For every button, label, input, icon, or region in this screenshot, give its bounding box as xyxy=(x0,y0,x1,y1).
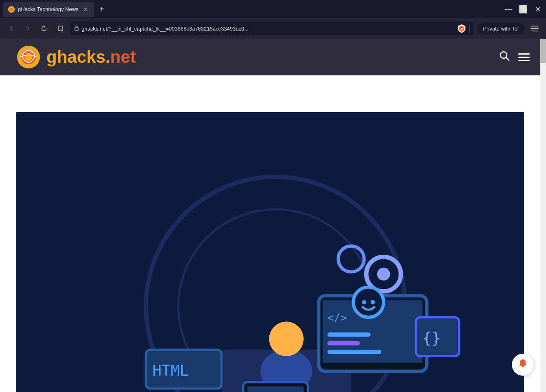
svg-rect-16 xyxy=(328,333,371,337)
private-tor-button[interactable]: Private with Tor xyxy=(477,23,525,34)
maximize-button[interactable]: ⬜ xyxy=(518,4,528,14)
tab-title: gHacks Technology News xyxy=(18,6,79,12)
minimize-button[interactable]: — xyxy=(504,4,513,14)
reload-button[interactable] xyxy=(37,22,51,35)
lock-icon xyxy=(74,25,79,32)
svg-rect-17 xyxy=(328,341,360,346)
svg-text:b: b xyxy=(461,27,463,31)
menu-line-3 xyxy=(518,60,530,61)
menu-line-1 xyxy=(518,53,530,55)
website-container: ghacks.net xyxy=(0,39,546,392)
svg-rect-18 xyxy=(328,350,382,354)
new-tab-button[interactable]: + xyxy=(96,3,108,15)
address-bar[interactable]: ghacks.net/?__cf_chl_captcha_tk__=003868… xyxy=(70,22,474,35)
browser-chrome: gHacks Technology News ✕ + — ⬜ ✕ xyxy=(0,0,546,39)
bell-icon xyxy=(517,358,528,371)
svg-point-20 xyxy=(269,322,304,356)
scrollbar-thumb[interactable] xyxy=(540,39,546,63)
svg-point-32 xyxy=(371,300,375,304)
site-name-dot: . xyxy=(106,47,110,66)
address-text: ghacks.net/?__cf_chl_captcha_tk__=003868… xyxy=(81,26,454,32)
notification-bell[interactable] xyxy=(512,354,534,376)
svg-text:HTML: HTML xyxy=(152,362,189,379)
svg-point-1 xyxy=(10,8,13,11)
bookmark-button[interactable] xyxy=(54,22,67,35)
nav-bar: ghacks.net/?__cf_chl_captcha_tk__=003868… xyxy=(0,18,546,39)
article-card: </> HTML xyxy=(16,104,524,392)
address-path: /?__cf_chl_captcha_tk__=003868c3a763215a… xyxy=(107,26,249,32)
tab-bar: gHacks Technology News ✕ + — ⬜ ✕ xyxy=(0,0,546,18)
browser-menu-button[interactable] xyxy=(528,22,541,35)
active-tab[interactable]: gHacks Technology News ✕ xyxy=(3,2,94,17)
svg-point-6 xyxy=(24,53,33,61)
svg-rect-2 xyxy=(75,28,78,31)
tab-favicon xyxy=(8,6,15,13)
site-search-button[interactable] xyxy=(499,50,510,64)
site-logo[interactable]: ghacks.net xyxy=(16,45,136,69)
menu-line-2 xyxy=(518,57,530,58)
top-spacer xyxy=(16,92,524,104)
site-name-hacks: hacks xyxy=(57,47,106,66)
header-actions xyxy=(499,50,530,64)
scrollbar-track[interactable] xyxy=(540,39,546,392)
site-name-g: g xyxy=(46,47,57,66)
site-name-net: net xyxy=(110,47,136,66)
svg-point-31 xyxy=(362,300,366,304)
site-name: ghacks.net xyxy=(46,47,136,67)
brave-shield-icon[interactable]: b xyxy=(456,23,467,34)
back-button[interactable] xyxy=(5,22,18,35)
address-domain: ghacks.net xyxy=(81,26,107,32)
main-content: </> HTML xyxy=(0,75,540,392)
forward-button[interactable] xyxy=(21,22,34,35)
close-window-button[interactable]: ✕ xyxy=(533,4,543,14)
site-menu-button[interactable] xyxy=(518,53,530,61)
svg-text:</>: </> xyxy=(328,311,347,324)
svg-rect-36 xyxy=(247,386,304,392)
logo-icon xyxy=(16,45,41,69)
svg-text:{}: {} xyxy=(423,329,441,347)
article-thumbnail-azure: </> HTML xyxy=(16,112,524,392)
svg-point-24 xyxy=(377,268,390,281)
svg-point-30 xyxy=(353,287,383,317)
window-controls: — ⬜ ✕ xyxy=(504,4,543,14)
site-header: ghacks.net xyxy=(0,39,546,75)
tab-close-button[interactable]: ✕ xyxy=(82,6,89,13)
divider xyxy=(469,24,470,33)
